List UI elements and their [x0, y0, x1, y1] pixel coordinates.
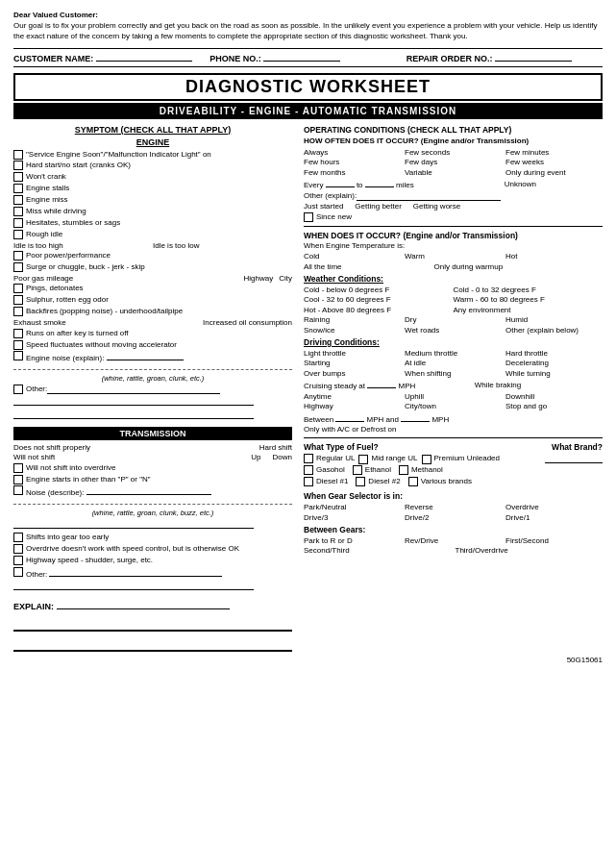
left-column: SYMPTOM (CHECK ALL THAT APPLY) ENGINE "S…: [13, 125, 292, 653]
transmission-symptoms: Does not shift properly Hard shift Will …: [13, 443, 292, 499]
checkbox-trans-extra-1[interactable]: [13, 544, 23, 554]
customer-name-field: CUSTOMER NAME:: [13, 52, 209, 63]
freq-row-2: Few months Variable Only during event: [304, 168, 603, 177]
cb-diesel1[interactable]: [304, 477, 313, 486]
trans-item-2: Will not shift into overdrive: [13, 463, 292, 473]
increased-oil-label: Increased oil consumption: [203, 318, 292, 327]
checkbox-engine-18[interactable]: [13, 351, 23, 360]
driving-header: Driving Conditions:: [304, 337, 603, 347]
fuel-col: What Type of Fuel? Regular UL Mid range …: [304, 442, 537, 488]
gear-selector-header: When Gear Selector is in:: [304, 491, 603, 501]
engine-item-18: Engine noise (explain):: [13, 351, 292, 363]
fuel-row: What Type of Fuel? Regular UL Mid range …: [304, 442, 603, 488]
weather-row-0: Cold - below 0 degrees F Cold - 0 to 32 …: [304, 285, 603, 294]
checkbox-trans-extra-0[interactable]: [13, 533, 23, 542]
engine-item-7: Rough idle: [13, 230, 292, 239]
phone-label: PHONE NO.:: [209, 54, 261, 63]
gas-row: Poor gas mileage Highway City: [13, 274, 292, 283]
engine-item-12: Pings, detonates: [13, 284, 292, 293]
noise-label-1: (whine, rattle, groan, clunk, etc.): [13, 374, 292, 383]
cb-regular-ul[interactable]: [304, 454, 313, 463]
engine-item-0: "Service Engine Soon"/"Malfunction Indic…: [13, 150, 292, 160]
repair-order-field: REPAIR ORDER NO.:: [407, 52, 603, 63]
cb-since-new[interactable]: [304, 212, 313, 222]
checkbox-other-1[interactable]: [13, 385, 23, 394]
checkbox-engine-17[interactable]: [13, 340, 23, 350]
idle-too-low: Idle is too low: [153, 241, 199, 250]
when-occur-sub: When Engine Temperature is:: [304, 241, 603, 250]
intro-bold: Dear Valued Customer:: [13, 11, 98, 19]
driving-row-6: Between MPH and MPH: [304, 412, 603, 424]
other-row-1: Other:: [13, 385, 292, 394]
checkbox-engine-starts[interactable]: [13, 475, 23, 484]
checkbox-engine-2[interactable]: [13, 172, 23, 182]
right-column: OPERATING CONDITIONS (CHECK ALL THAT APP…: [304, 125, 603, 653]
weather-row-1: Cool - 32 to 60 degrees F Warm - 60 to 8…: [304, 295, 603, 304]
freq-row-3: Every to miles Unknown: [304, 178, 603, 189]
part-number: 50G15061: [13, 656, 603, 664]
cb-methanol[interactable]: [399, 465, 408, 475]
checkbox-engine-12[interactable]: [13, 284, 23, 293]
weather-row-2: Hot - Above 80 degrees F Any environment: [304, 306, 603, 314]
since-new-row: Since new: [304, 212, 603, 222]
driving-row-5: Highway City/town Stop and go: [304, 402, 603, 410]
cb-premium[interactable]: [422, 455, 431, 464]
checkbox-noise-trans[interactable]: [13, 485, 23, 495]
checkbox-engine-9[interactable]: [13, 251, 23, 261]
checkbox-engine-0[interactable]: [13, 150, 23, 160]
checkbox-engine-6[interactable]: [13, 218, 23, 228]
driving-row-1: Starting At idle Decelerating: [304, 359, 603, 367]
trans-extra-3: Other:: [13, 567, 292, 580]
highway-label: Highway: [244, 274, 274, 283]
repair-order-label: REPAIR ORDER NO.:: [407, 54, 493, 63]
checkbox-engine-5[interactable]: [13, 207, 23, 216]
getting-worse-label: Getting worse: [413, 202, 460, 211]
explain-label: EXPLAIN:: [13, 602, 54, 611]
temp-row-1: All the time Only during warmup: [304, 262, 603, 271]
checkbox-no-overdrive[interactable]: [13, 463, 23, 473]
checkbox-engine-4[interactable]: [13, 195, 23, 205]
between-gears-header: Between Gears:: [304, 525, 603, 534]
checkbox-engine-3[interactable]: [13, 184, 23, 193]
trans-item-4: Noise (describe):: [13, 485, 292, 498]
checkbox-engine-16[interactable]: [13, 329, 23, 338]
driving-row-7: Only with A/C or Defrost on: [304, 425, 603, 434]
customer-name-label: CUSTOMER NAME:: [13, 54, 93, 63]
cb-ethanol[interactable]: [353, 465, 362, 475]
driving-row-2: Over bumps When shifting While turning: [304, 369, 603, 378]
cb-mid-range[interactable]: [358, 455, 368, 464]
explain-section: EXPLAIN:: [13, 600, 292, 652]
checkbox-engine-7[interactable]: [13, 230, 23, 239]
hard-shift-label: Hard shift: [259, 443, 292, 452]
shift-row-1: Does not shift properly Hard shift: [13, 443, 292, 452]
phone-field: PHONE NO.:: [209, 52, 406, 63]
trans-extra-2: Highway speed - shudder, surge, etc.: [13, 556, 292, 565]
just-started-row: Just started Getting better Getting wors…: [304, 202, 603, 211]
checkbox-trans-extra-3[interactable]: [13, 567, 23, 577]
weather-row-4: Snow/ice Wet roads Other (explain below): [304, 326, 603, 335]
engine-item-3: Engine stalls: [13, 184, 292, 193]
intro-text: Our goal is to fix your problem correctl…: [13, 21, 597, 40]
shift-row-2: Will not shift Up Down: [13, 453, 292, 461]
cb-various-brands[interactable]: [408, 477, 418, 486]
operating-header: OPERATING CONDITIONS (CHECK ALL THAT APP…: [304, 125, 603, 135]
transmission-extra: Shifts into gear too early Overdrive doe…: [13, 533, 292, 593]
checkbox-engine-10[interactable]: [13, 262, 23, 272]
engine-item-10: Surge or chuggle, buck - jerk - skip: [13, 262, 292, 272]
other-explain-label: Other (explain):: [304, 191, 357, 201]
engine-item-2: Won't crank: [13, 172, 292, 182]
trans-extra-0: Shifts into gear too early: [13, 533, 292, 542]
other-label-1: Other:: [26, 385, 47, 394]
checkbox-engine-13[interactable]: [13, 295, 23, 305]
engine-item-14: Backfires (popping noise) - underhood/ta…: [13, 307, 292, 316]
checkbox-trans-extra-2[interactable]: [13, 556, 23, 565]
cb-gasohol[interactable]: [304, 465, 313, 475]
driving-row-4: Anytime Uphill Downhill: [304, 392, 603, 401]
engine-item-4: Engine miss: [13, 195, 292, 205]
checkbox-engine-1[interactable]: [13, 161, 23, 170]
engine-item-6: Hesitates, stumbles or sags: [13, 218, 292, 228]
engine-header: ENGINE: [13, 137, 292, 147]
checkbox-engine-14[interactable]: [13, 307, 23, 316]
cb-diesel2[interactable]: [356, 477, 365, 486]
freq-row-1: Few hours Few days Few weeks: [304, 158, 603, 166]
